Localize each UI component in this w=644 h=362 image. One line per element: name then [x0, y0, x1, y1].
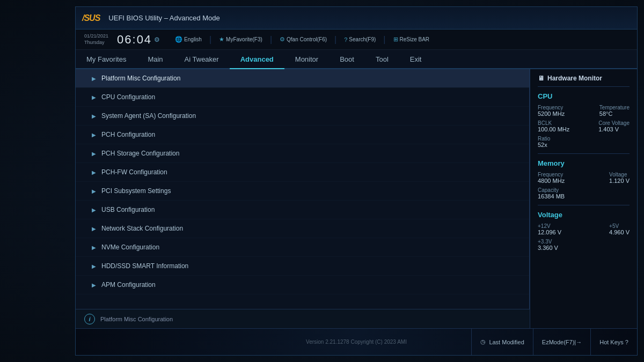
menu-item-pch-fw[interactable]: ▶ PCH-FW Configuration — [76, 163, 529, 182]
top-banner: /SUS UEFI BIOS Utility – Advanced Mode — [76, 7, 637, 29]
cpu-core-voltage-value: 1.403 V — [598, 126, 630, 132]
menu-item-usb-config[interactable]: ▶ USB Configuration — [76, 201, 529, 219]
voltage-5v-value: 4.960 V — [609, 229, 630, 235]
star-icon: ★ — [219, 36, 224, 43]
menu-item-system-agent[interactable]: ▶ System Agent (SA) Configuration — [76, 107, 529, 125]
memory-frequency-value: 4800 MHz — [538, 178, 565, 184]
shortcut-resizebar[interactable]: ⊞ ReSize BAR — [393, 36, 430, 43]
shortcut-qfan[interactable]: ⚙ Qfan Control(F6) — [280, 36, 327, 43]
cpu-frequency-value: 5200 MHz — [538, 110, 565, 117]
arrow-icon: ▶ — [92, 132, 96, 138]
history-icon: ◷ — [480, 338, 486, 345]
memory-capacity-value: 16384 MB — [538, 193, 565, 200]
menu-item-hdd-smart[interactable]: ▶ HDD/SSD SMART Information — [76, 257, 529, 276]
menu-item-pch-storage[interactable]: ▶ PCH Storage Configuration — [76, 144, 529, 163]
bios-title: UEFI BIOS Utility – Advanced Mode — [108, 14, 631, 22]
arrow-icon: ▶ — [92, 151, 96, 157]
hardware-monitor-panel: 🖥 Hardware Monitor CPU Frequency 5200 MH… — [530, 69, 637, 328]
shortcut-myfavorite[interactable]: ★ MyFavorite(F3) — [219, 36, 262, 43]
arrow-icon: ▶ — [92, 207, 96, 213]
nav-advanced[interactable]: Advanced — [230, 50, 284, 69]
datetime-bar: 01/21/2021 Thursday 06:04 ⚙ 🌐 English | … — [76, 29, 637, 50]
cpu-ratio-row: Ratio 52x — [538, 136, 630, 148]
content-area: ▶ Platform Misc Configuration ▶ CPU Conf… — [76, 69, 637, 328]
arrow-icon: ▶ — [92, 226, 96, 232]
footer-version: Version 2.21.1278 Copyright (C) 2023 AMI — [306, 339, 407, 345]
resize-icon: ⊞ — [393, 36, 398, 43]
voltage-12v-row: +12V 12.096 V +5V 4.960 V — [538, 223, 630, 235]
menu-item-apm-config[interactable]: ▶ APM Configuration — [76, 276, 529, 294]
nav-exit[interactable]: Exit — [399, 50, 433, 68]
globe-icon: 🌐 — [175, 36, 182, 43]
memory-capacity-row: Capacity 16384 MB — [538, 187, 630, 200]
asus-logo: /SUS — [82, 13, 100, 23]
search-icon: ? — [344, 36, 347, 43]
divider-memory-voltage — [538, 205, 630, 205]
voltage-33v-row: +3.3V 3.360 V — [538, 239, 630, 251]
arrow-icon: ▶ — [92, 282, 96, 288]
memory-voltage-value: 1.120 V — [609, 178, 630, 184]
bios-frame: /SUS UEFI BIOS Utility – Advanced Mode 0… — [75, 6, 638, 356]
voltage-33v-value: 3.360 V — [538, 245, 558, 251]
menu-item-network-stack[interactable]: ▶ Network Stack Configuration — [76, 219, 529, 238]
info-icon: i — [84, 314, 95, 324]
nav-my-favorites[interactable]: My Favorites — [76, 50, 137, 68]
menu-item-platform-misc[interactable]: ▶ Platform Misc Configuration — [76, 69, 529, 88]
arrow-icon: ▶ — [92, 94, 96, 100]
arrow-icon: ▶ — [92, 76, 96, 82]
last-modified-button[interactable]: ◷ Last Modified — [471, 329, 532, 355]
footer-buttons: ◷ Last Modified EzMode(F7)|→ Hot Keys ? — [471, 329, 637, 355]
memory-freq-row: Frequency 4800 MHz Voltage 1.120 V — [538, 172, 630, 184]
hot-keys-button[interactable]: Hot Keys ? — [590, 329, 637, 355]
arrow-icon: ▶ — [92, 113, 96, 119]
menu-panel: ▶ Platform Misc Configuration ▶ CPU Conf… — [76, 69, 530, 328]
nav-ai-tweaker[interactable]: Ai Tweaker — [174, 50, 230, 68]
arrow-icon: ▶ — [92, 245, 96, 250]
menu-item-cpu-config[interactable]: ▶ CPU Configuration — [76, 88, 529, 107]
arrow-icon: ▶ — [92, 169, 96, 175]
shortcut-english[interactable]: 🌐 English — [175, 36, 202, 43]
memory-section-title: Memory — [538, 159, 630, 167]
nav-monitor[interactable]: Monitor — [284, 50, 329, 68]
arrow-icon: ▶ — [92, 263, 96, 269]
cpu-frequency-row: Frequency 5200 MHz Temperature 58°C — [538, 105, 630, 117]
cpu-bclk-value: 100.00 MHz — [538, 126, 569, 132]
ez-mode-button[interactable]: EzMode(F7)|→ — [533, 329, 590, 355]
nav-tool[interactable]: Tool — [365, 50, 399, 68]
date-display: 01/21/2021 Thursday — [84, 33, 108, 46]
cpu-bclk-row: BCLK 100.00 MHz Core Voltage 1.403 V — [538, 120, 630, 132]
voltage-12v-value: 12.096 V — [538, 229, 561, 235]
menu-item-pch-config[interactable]: ▶ PCH Configuration — [76, 125, 529, 144]
menu-item-nvme-config[interactable]: ▶ NVMe Configuration — [76, 238, 529, 257]
fan-icon: ⚙ — [280, 36, 285, 43]
arrow-icon: ▶ — [92, 188, 96, 194]
cpu-section-title: CPU — [538, 92, 630, 100]
divider-cpu-memory — [538, 153, 630, 154]
nav-bar: My Favorites Main Ai Tweaker Advanced Mo… — [76, 50, 637, 69]
voltage-section-title: Voltage — [538, 211, 630, 219]
nav-main[interactable]: Main — [137, 50, 173, 68]
clock-display: 06:04 ⚙ — [117, 33, 161, 47]
shortcut-search[interactable]: ? Search(F9) — [344, 36, 376, 43]
footer-bar: Version 2.21.1278 Copyright (C) 2023 AMI… — [76, 328, 637, 355]
shortcuts-bar: 🌐 English | ★ MyFavorite(F3) | ⚙ Qfan Co… — [175, 35, 429, 45]
info-text: Platform Misc Configuration — [100, 316, 173, 322]
info-bar: i Platform Misc Configuration — [76, 309, 530, 328]
hw-monitor-title: 🖥 Hardware Monitor — [538, 75, 630, 87]
gear-icon: ⚙ — [154, 36, 161, 43]
monitor-icon: 🖥 — [538, 75, 544, 82]
menu-item-pci-subsystem[interactable]: ▶ PCI Subsystem Settings — [76, 182, 529, 201]
cpu-ratio-value: 52x — [538, 142, 550, 148]
nav-boot[interactable]: Boot — [329, 50, 365, 68]
cpu-temperature-value: 58°C — [599, 110, 630, 117]
